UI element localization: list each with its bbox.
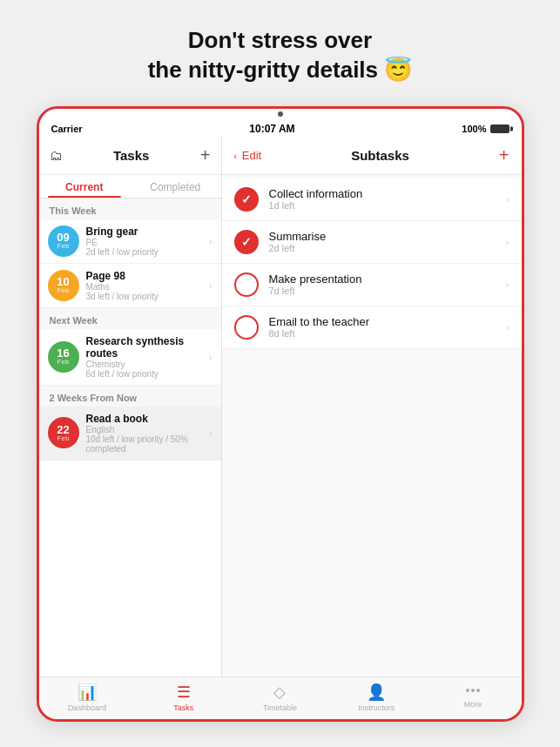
tab-bar-timetable[interactable]: ◇ Timetable [232, 683, 328, 712]
tasks-header: 🗂 Tasks + [39, 137, 221, 175]
home-indicator-top [39, 109, 522, 119]
section-this-week: This Week [39, 199, 221, 219]
task-info-read-book: Read a book English 10d left / low prior… [86, 413, 209, 454]
chevron-right-icon: › [506, 194, 509, 205]
task-list: This Week 09 Feb Bring gear PE 2d left /… [39, 199, 221, 676]
chevron-right-icon: › [506, 322, 509, 333]
tasks-tabs: Current Completed [39, 175, 221, 199]
task-info-bring-gear: Bring gear PE 2d left / low priority [86, 225, 209, 257]
subtasks-title: Subtasks [351, 148, 409, 163]
section-next-week: Next Week [39, 308, 221, 329]
tab-bar: 📊 Dashboard ☰ Tasks ◇ Timetable 👤 Instru… [39, 676, 522, 719]
chevron-right-icon: › [209, 236, 213, 246]
subtasks-panel: ‹ Edit Subtasks + Collect information 1d… [222, 137, 522, 676]
task-item-research[interactable]: 16 Feb Research synthesis routes Chemist… [39, 329, 221, 386]
task-info-page98: Page 98 Maths 3d left / low priority [86, 270, 209, 301]
subtask-list: Collect information 1d left › Summarise … [222, 175, 522, 353]
task-item-page98[interactable]: 10 Feb Page 98 Maths 3d left / low prior… [39, 264, 221, 308]
subtask-check-presentation[interactable] [234, 273, 259, 297]
task-badge-16: 16 Feb [48, 341, 79, 373]
chevron-left-icon: ‹ [234, 151, 238, 161]
subtasks-header: ‹ Edit Subtasks + [222, 137, 522, 175]
tab-bar-more[interactable]: More [425, 683, 522, 712]
tasks-title: Tasks [113, 148, 149, 163]
tab-completed[interactable]: Completed [130, 175, 221, 198]
chevron-right-icon: › [506, 279, 509, 290]
timetable-icon: ◇ [273, 683, 286, 702]
subtasks-add-button[interactable]: + [499, 145, 509, 165]
battery-label: 100% [462, 124, 486, 134]
subtask-check-summarise[interactable] [234, 230, 259, 254]
task-badge-22: 22 Feb [48, 417, 79, 448]
battery-icon [490, 124, 509, 133]
tab-bar-tasks[interactable]: ☰ Tasks [135, 683, 232, 712]
tasks-panel: 🗂 Tasks + Current Completed This Week 09… [39, 137, 222, 676]
tab-bar-dashboard[interactable]: 📊 Dashboard [39, 683, 136, 712]
ipad-frame: Carrier 10:07 AM 100% 🗂 Tasks + Current … [37, 106, 524, 722]
chevron-right-icon: › [209, 352, 213, 362]
chevron-right-icon: › [209, 427, 213, 438]
tab-bar-instructors[interactable]: 👤 Instructors [328, 683, 425, 712]
task-badge-10: 10 Feb [48, 270, 79, 301]
subtask-check-email[interactable] [234, 315, 259, 340]
page-wrapper: Don't stress overthe nitty-gritty detail… [0, 0, 560, 747]
dashboard-icon: 📊 [78, 683, 97, 702]
split-view: 🗂 Tasks + Current Completed This Week 09… [39, 137, 522, 676]
subtask-info-collect: Collect information 1d left [269, 187, 506, 211]
carrier-label: Carrier [51, 124, 83, 134]
chevron-right-icon: › [209, 280, 213, 291]
subtask-info-email: Email to the teacher 8d left [269, 315, 506, 339]
subtask-check-collect[interactable] [234, 187, 259, 212]
tasks-add-button[interactable]: + [200, 145, 211, 165]
edit-button[interactable]: ‹ Edit [234, 149, 262, 162]
subtask-info-summarise: Summarise 2d left [269, 230, 506, 253]
subtask-make-presentation[interactable]: Make presentation 7d left › [222, 264, 522, 306]
tasks-icon: ☰ [177, 683, 191, 702]
instructors-icon: 👤 [367, 683, 386, 702]
section-two-weeks: 2 Weeks From Now [39, 386, 221, 407]
tab-current[interactable]: Current [39, 175, 131, 198]
subtask-info-presentation: Make presentation 7d left [269, 273, 506, 296]
task-item-read-book[interactable]: 22 Feb Read a book English 10d left / lo… [39, 407, 221, 461]
task-info-research: Research synthesis routes Chemistry 6d l… [86, 335, 209, 379]
folder-icon: 🗂 [50, 148, 63, 163]
more-dots-icon [466, 683, 480, 698]
headline: Don't stress overthe nitty-gritty detail… [148, 26, 413, 85]
status-bar-right: 100% [462, 124, 509, 134]
time-label: 10:07 AM [249, 123, 294, 135]
subtask-collect-info[interactable]: Collect information 1d left › [222, 178, 522, 221]
task-badge-09: 09 Feb [48, 225, 79, 257]
subtask-email-teacher[interactable]: Email to the teacher 8d left › [222, 306, 522, 349]
task-item-bring-gear[interactable]: 09 Feb Bring gear PE 2d left / low prior… [39, 219, 221, 264]
chevron-right-icon: › [506, 237, 509, 247]
subtask-summarise[interactable]: Summarise 2d left › [222, 221, 522, 264]
status-bar: Carrier 10:07 AM 100% [39, 119, 522, 137]
